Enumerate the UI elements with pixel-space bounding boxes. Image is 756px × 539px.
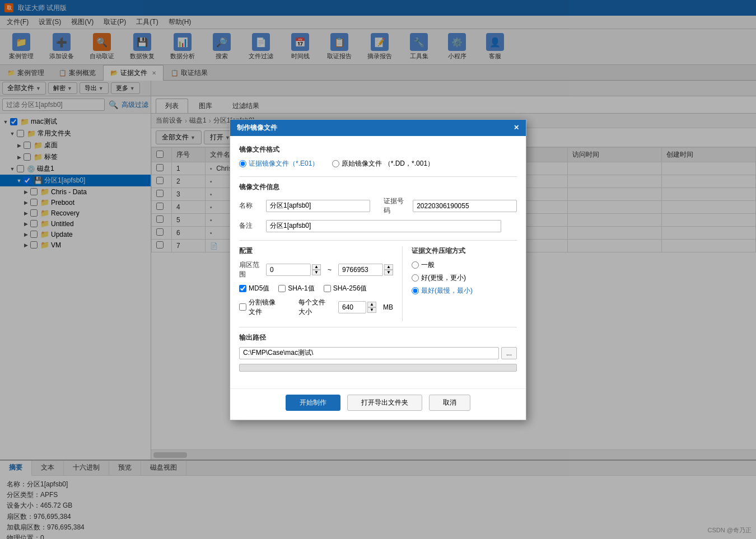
modal-title-bar: 制作镜像文件 ✕ <box>230 120 526 136</box>
cancel-btn[interactable]: 取消 <box>429 395 470 411</box>
config-col: 配置 扇区范围 ▲ ▼ ~ <box>239 246 393 321</box>
info-section-title: 镜像文件信息 <box>239 182 517 192</box>
modal-title-text: 制作镜像文件 <box>237 123 277 133</box>
sha1-checkbox[interactable] <box>278 285 286 292</box>
config-section-title: 配置 <box>239 246 393 256</box>
file-size-label: 每个文件大小 <box>298 298 332 317</box>
compression-best-radio[interactable] <box>412 287 419 294</box>
format-e01-radio[interactable] <box>239 160 246 167</box>
modal-overlay: 制作镜像文件 ✕ 镜像文件格式 证据镜像文件（*.E01） 原始镜像文件 （*.… <box>0 0 756 539</box>
compression-col: 证据文件压缩方式 一般 好(更慢，更小) 最好(最慢，最小) <box>402 246 517 321</box>
note-label: 备注 <box>239 221 262 231</box>
name-row: 名称 证据号码 <box>239 196 517 215</box>
sector-end-down[interactable]: ▼ <box>384 270 393 275</box>
sector-start-down[interactable]: ▼ <box>312 270 321 275</box>
file-size-input[interactable] <box>338 301 366 313</box>
output-section-title: 输出路径 <box>239 333 517 343</box>
file-size-unit: MB <box>383 303 393 311</box>
sha1-checkbox-group[interactable]: SHA-1值 <box>278 284 314 293</box>
sector-end-group: ▲ ▼ <box>338 264 393 276</box>
sector-start-input[interactable] <box>266 264 311 276</box>
file-size-up[interactable]: ▲ <box>367 302 376 307</box>
compression-options: 一般 好(更慢，更小) 最好(最慢，最小) <box>412 260 517 296</box>
sector-start-group: ▲ ▼ <box>266 264 321 276</box>
path-row: ... <box>239 347 517 359</box>
format-e01-option[interactable]: 证据镜像文件（*.E01） <box>239 159 319 168</box>
case-num-input[interactable] <box>413 200 517 212</box>
compression-good-radio[interactable] <box>412 274 419 282</box>
split-checkbox-group[interactable]: 分割镜像文件 <box>239 298 281 317</box>
modal-footer: 开始制作 打开导出文件夹 取消 <box>230 388 526 420</box>
checkboxes-row: MD5值 SHA-1值 SHA-256值 <box>239 284 393 293</box>
format-dd-option[interactable]: 原始镜像文件 （*.DD，*.001） <box>332 159 434 168</box>
progress-bar-container <box>239 364 517 372</box>
divider2 <box>239 240 517 241</box>
case-num-label: 证据号码 <box>384 196 408 215</box>
name-label: 名称 <box>239 201 262 210</box>
divider3 <box>239 327 517 327</box>
sector-start-up[interactable]: ▲ <box>312 264 321 270</box>
md5-checkbox-group[interactable]: MD5值 <box>239 284 269 293</box>
browse-btn[interactable]: ... <box>501 347 517 359</box>
config-compression-row: 配置 扇区范围 ▲ ▼ ~ <box>239 246 517 321</box>
file-size-group: ▲ ▼ <box>338 301 376 313</box>
compression-good-option[interactable]: 好(更慢，更小) <box>412 273 517 283</box>
split-checkbox[interactable] <box>239 303 246 311</box>
info-section: 镜像文件信息 名称 证据号码 备注 <box>239 182 517 232</box>
note-input[interactable] <box>266 220 501 232</box>
sector-end-input[interactable] <box>338 264 383 276</box>
compression-normal-radio[interactable] <box>412 261 419 269</box>
divider1 <box>239 176 517 177</box>
modal-close-icon[interactable]: ✕ <box>514 124 519 132</box>
md5-checkbox[interactable] <box>239 285 246 292</box>
name-input[interactable] <box>266 200 370 212</box>
sector-range-tilde: ~ <box>328 266 332 274</box>
format-section: 镜像文件格式 证据镜像文件（*.E01） 原始镜像文件 （*.DD，*.001） <box>239 145 517 168</box>
format-dd-radio[interactable] <box>332 160 339 167</box>
file-size-down[interactable]: ▼ <box>367 307 376 313</box>
compression-normal-option[interactable]: 一般 <box>412 260 517 270</box>
compression-section-title: 证据文件压缩方式 <box>412 246 517 256</box>
modal-make-image: 制作镜像文件 ✕ 镜像文件格式 证据镜像文件（*.E01） 原始镜像文件 （*.… <box>230 119 526 420</box>
sha256-checkbox-group[interactable]: SHA-256值 <box>324 284 367 293</box>
sector-range-row: 扇区范围 ▲ ▼ ~ ▲ <box>239 260 393 279</box>
output-path-input[interactable] <box>239 347 499 359</box>
format-section-title: 镜像文件格式 <box>239 145 517 154</box>
open-folder-btn[interactable]: 打开导出文件夹 <box>347 395 422 411</box>
compression-best-option[interactable]: 最好(最慢，最小) <box>412 286 517 296</box>
modal-body: 镜像文件格式 证据镜像文件（*.E01） 原始镜像文件 （*.DD，*.001）… <box>230 136 526 388</box>
split-row: 分割镜像文件 每个文件大小 ▲ ▼ MB <box>239 298 393 317</box>
sha256-checkbox[interactable] <box>324 285 331 292</box>
sector-end-up[interactable]: ▲ <box>384 264 393 270</box>
note-row: 备注 <box>239 220 517 232</box>
sector-range-label: 扇区范围 <box>239 260 262 279</box>
output-section: 输出路径 ... <box>239 333 517 372</box>
start-make-btn[interactable]: 开始制作 <box>286 395 340 411</box>
